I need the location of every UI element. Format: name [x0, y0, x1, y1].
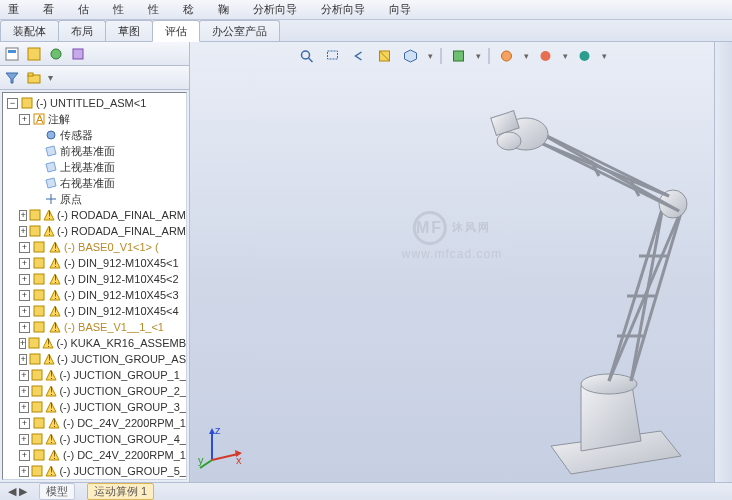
scene-icon[interactable] [576, 47, 594, 65]
zoom-fit-icon[interactable] [298, 47, 316, 65]
dropdown-arrow-icon[interactable]: ▾ [563, 51, 568, 61]
expand-icon[interactable]: + [19, 338, 26, 349]
display-style-icon[interactable] [450, 47, 468, 65]
svg-text:!: ! [50, 385, 53, 397]
tree-plane-right[interactable]: 右视基准面 [3, 175, 186, 191]
menu-item[interactable]: 向导 [385, 0, 415, 19]
folder-icon[interactable] [26, 70, 42, 86]
property-manager-icon[interactable] [26, 46, 42, 62]
warning-icon: ! [45, 400, 57, 414]
dropdown-arrow-icon[interactable]: ▾ [48, 72, 53, 83]
collapse-icon[interactable]: − [7, 98, 18, 109]
menu-item[interactable]: 重 [4, 0, 23, 19]
bottom-tab-motion[interactable]: 运动算例 1 [87, 483, 154, 500]
warning-icon: ! [45, 464, 57, 478]
expand-icon[interactable]: + [19, 114, 30, 125]
tab-office[interactable]: 办公室产品 [199, 20, 280, 41]
filter-icon[interactable] [4, 70, 20, 86]
tree-component[interactable]: +!(-) BASE0_V1<1> ( [3, 239, 186, 255]
tree-component[interactable]: +!(-) JUCTION_GROUP_1_ [3, 367, 186, 383]
tree-component[interactable]: +!(-) RODADA_FINAL_ARM [3, 207, 186, 223]
menu-item[interactable]: 鞠 [214, 0, 233, 19]
previous-view-icon[interactable] [350, 47, 368, 65]
tree-component[interactable]: +!(-) JUCTION_GROUP_AS [3, 351, 186, 367]
svg-rect-32 [34, 290, 44, 300]
3d-viewport[interactable]: ▾ ▾ ▾ ▾ ▾ MF 沐风网 www.mfcad.com [190, 42, 714, 482]
svg-point-95 [580, 51, 590, 61]
tree-component[interactable]: +!(-) DIN_912-M10X45<1 [3, 255, 186, 271]
task-pane-strip[interactable] [714, 42, 732, 482]
expand-icon[interactable]: + [19, 434, 29, 445]
dropdown-arrow-icon[interactable]: ▾ [476, 51, 481, 61]
tree-component[interactable]: +!(-) DC_24V_2200RPM_1 [3, 447, 186, 463]
expand-icon[interactable]: + [19, 290, 30, 301]
tree-component[interactable]: +!(-) DC_24V_2200RPM_1 [3, 415, 186, 431]
tab-layout[interactable]: 布局 [58, 20, 106, 41]
expand-icon[interactable]: + [19, 370, 29, 381]
svg-rect-35 [34, 306, 44, 316]
menu-item[interactable]: 性 [109, 0, 128, 19]
section-view-icon[interactable] [376, 47, 394, 65]
expand-icon[interactable]: + [19, 242, 30, 253]
display-manager-icon[interactable] [70, 46, 86, 62]
annotation-icon: A [32, 112, 46, 126]
warning-icon: ! [48, 272, 62, 286]
tree-component[interactable]: +!(-) JUCTION_GROUP_4_ [3, 431, 186, 447]
expand-icon[interactable]: + [19, 402, 29, 413]
config-manager-icon[interactable] [48, 46, 64, 62]
nav-arrows[interactable]: ◀ ▶ [8, 485, 27, 498]
tree-component[interactable]: +!(-) KUKA_KR16_ASSEMB [3, 335, 186, 351]
expand-icon[interactable]: + [19, 306, 30, 317]
menu-item[interactable]: 性 [144, 0, 163, 19]
menu-item[interactable]: 分析向导 [249, 0, 301, 19]
zoom-area-icon[interactable] [324, 47, 342, 65]
tree-component[interactable]: +!(-) JUCTION_GROUP_2_ [3, 383, 186, 399]
tree-component[interactable]: +!(-) JUCTION_GROUP_5_ [3, 463, 186, 479]
tree-origin[interactable]: 原点 [3, 191, 186, 207]
tree-label: (-) KUKA_KR16_ASSEMB [56, 337, 186, 349]
tree-plane-top[interactable]: 上视基准面 [3, 159, 186, 175]
body: ▾ − (-) UNTITLED_ASM<1 + A 注解 [0, 42, 732, 482]
expand-icon[interactable]: + [19, 322, 30, 333]
tree-sensor[interactable]: 传感器 [3, 127, 186, 143]
tree-plane-front[interactable]: 前视基准面 [3, 143, 186, 159]
tab-evaluate[interactable]: 评估 [152, 20, 200, 42]
expand-icon[interactable]: + [19, 274, 30, 285]
tree-component[interactable]: +!(-) DIN_912-M10X45<2 [3, 271, 186, 287]
tree-label: (-) JUCTION_GROUP_4_ [59, 433, 186, 445]
svg-rect-0 [6, 48, 18, 60]
tree-component[interactable]: +!(-) BASE_V1__1_<1 [3, 319, 186, 335]
menu-item[interactable]: 稔 [179, 0, 198, 19]
feature-tree-icon[interactable] [4, 46, 20, 62]
bottom-tab-model[interactable]: 模型 [39, 483, 75, 500]
tree-annotation[interactable]: + A 注解 [3, 111, 186, 127]
expand-icon[interactable]: + [19, 466, 29, 477]
expand-icon[interactable]: + [19, 354, 27, 365]
dropdown-arrow-icon[interactable]: ▾ [602, 51, 607, 61]
expand-icon[interactable]: + [19, 258, 30, 269]
tree-component[interactable]: +!(-) DC_24V_2200RPM_1 [3, 479, 186, 480]
view-orientation-icon[interactable] [402, 47, 420, 65]
expand-icon[interactable]: + [19, 418, 30, 429]
expand-icon[interactable]: + [19, 210, 27, 221]
tree-component[interactable]: +!(-) DIN_912-M10X45<4 [3, 303, 186, 319]
tree-component[interactable]: +!(-) JUCTION_GROUP_3_ [3, 399, 186, 415]
hide-show-icon[interactable] [498, 47, 516, 65]
tree-root[interactable]: − (-) UNTITLED_ASM<1 [3, 95, 186, 111]
robot-arm-model[interactable] [431, 86, 711, 476]
orientation-triad[interactable]: z x y [198, 424, 244, 470]
tab-assembly[interactable]: 装配体 [0, 20, 59, 41]
dropdown-arrow-icon[interactable]: ▾ [524, 51, 529, 61]
menu-item[interactable]: 估 [74, 0, 93, 19]
menu-item[interactable]: 看 [39, 0, 58, 19]
expand-icon[interactable]: + [19, 450, 30, 461]
expand-icon[interactable]: + [19, 226, 27, 237]
appearance-icon[interactable] [537, 47, 555, 65]
expand-icon[interactable]: + [19, 386, 29, 397]
dropdown-arrow-icon[interactable]: ▾ [428, 51, 433, 61]
tab-sketch[interactable]: 草图 [105, 20, 153, 41]
tree-component[interactable]: +!(-) RODADA_FINAL_ARM [3, 223, 186, 239]
menu-item[interactable]: 分析向导 [317, 0, 369, 19]
feature-tree[interactable]: − (-) UNTITLED_ASM<1 + A 注解 传感器 前视基准 [2, 92, 187, 480]
tree-component[interactable]: +!(-) DIN_912-M10X45<3 [3, 287, 186, 303]
